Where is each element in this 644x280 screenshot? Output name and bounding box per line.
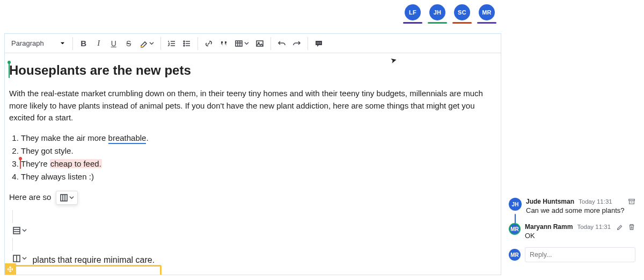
comment-text: Can we add some more plants? [526, 206, 635, 214]
list-item[interactable]: They got style. [21, 145, 496, 157]
chevron-down-icon [149, 39, 154, 47]
list-item[interactable]: They make the air more breathable. [21, 132, 496, 144]
highlight-button[interactable] [136, 36, 157, 51]
comment[interactable]: JH Jude Huntsman Today 11:31 Can we add … [503, 193, 641, 219]
chevron-down-icon [22, 226, 27, 234]
edit-icon[interactable] [616, 223, 624, 231]
strikethrough-button[interactable]: S [121, 36, 136, 51]
editor-frame: Paragraph B I U S Houseplants are [4, 33, 501, 275]
chevron-down-icon [244, 39, 249, 47]
presence-bar [452, 22, 472, 24]
remote-caret-jh [9, 63, 10, 78]
avatar: SC [454, 4, 470, 20]
table-selection-outline [6, 265, 162, 275]
text: . [146, 133, 148, 142]
presence-bar [403, 22, 422, 24]
column-button[interactable] [56, 191, 77, 204]
avatar: LF [405, 4, 421, 20]
editor-toolbar: Paragraph B I U S [5, 34, 501, 53]
text: They make the air more [21, 133, 108, 142]
separator [72, 37, 73, 50]
collaborator-lf[interactable]: LF [403, 4, 422, 24]
svg-point-6 [317, 42, 318, 44]
image-button[interactable] [252, 36, 267, 51]
ordered-list-button[interactable] [164, 36, 179, 51]
separator [197, 37, 198, 50]
plants-table[interactable]: Flowery Leafy Sticky African Violet Pepe… [9, 275, 158, 275]
undo-icon [277, 39, 286, 48]
comment-reply-row: MR [503, 244, 641, 268]
tracked-insert: breathable [108, 133, 147, 144]
list-item[interactable]: They always listen :) [21, 170, 496, 183]
separator [12, 238, 13, 251]
svg-point-1 [184, 43, 185, 44]
table-button[interactable] [231, 36, 252, 51]
collaborator-jh[interactable]: JH [428, 4, 447, 24]
comment-author: Maryann Ramm [525, 223, 573, 231]
avatar-jh: JH [509, 198, 522, 211]
comment-author: Jude Huntsman [526, 198, 574, 205]
archive-icon[interactable] [628, 198, 635, 205]
comment-text: OK [525, 232, 635, 240]
link-button[interactable] [201, 36, 216, 51]
comment[interactable]: MR Maryann Ramm Today 11:31 OK [503, 219, 641, 244]
collaborator-mr[interactable]: MR [477, 4, 496, 24]
text: Here are so [9, 192, 51, 201]
mid-paragraph[interactable]: Here are so [9, 191, 496, 205]
avatar: MR [479, 4, 495, 20]
ol-icon [167, 39, 176, 48]
svg-rect-12 [629, 199, 635, 201]
separator [270, 37, 271, 50]
collaborator-sc[interactable]: SC [452, 4, 472, 24]
table-merge-icon [12, 254, 21, 263]
quote-icon [219, 39, 228, 48]
comment-time: Today 11:31 [577, 224, 611, 230]
svg-point-7 [318, 42, 319, 44]
table-column-icon [60, 193, 68, 202]
svg-point-0 [184, 41, 185, 42]
svg-point-2 [184, 45, 185, 46]
text: plants that require minimal care. [32, 255, 155, 264]
unordered-list-button[interactable] [179, 36, 194, 51]
comments-panel: JH Jude Huntsman Today 11:31 Can we add … [503, 193, 641, 268]
separator [308, 37, 308, 50]
image-icon [255, 39, 264, 48]
chevron-down-icon [69, 193, 74, 202]
row-button[interactable] [9, 223, 30, 238]
undo-button[interactable] [274, 36, 289, 51]
presence-bar [477, 22, 496, 24]
table-container: Flowery Leafy Sticky African Violet Pepe… [9, 275, 158, 275]
tracked-delete: cheap to feed. [50, 159, 102, 168]
underline-button[interactable]: U [106, 36, 121, 51]
comment-icon [314, 39, 323, 48]
comment-time: Today 11:31 [579, 198, 612, 205]
comment-button[interactable] [311, 36, 326, 51]
table-icon [235, 39, 243, 48]
svg-rect-4 [257, 41, 263, 46]
reply-input[interactable] [525, 247, 635, 262]
document-body[interactable]: Houseplants are the new pets With the re… [5, 53, 501, 275]
svg-rect-3 [236, 41, 242, 46]
italic-button[interactable]: I [91, 36, 106, 51]
ul-icon [182, 39, 191, 48]
points-list[interactable]: They make the air more breathable. They … [21, 132, 496, 183]
move-icon [7, 266, 13, 272]
list-item[interactable]: They're cheap to feed. [21, 157, 496, 170]
delete-icon[interactable] [628, 223, 635, 231]
marker-icon [140, 39, 148, 48]
quote-button[interactable] [216, 36, 231, 51]
intro-paragraph[interactable]: With the real-estate market crumbling do… [9, 88, 492, 124]
table-floating-toolbar [56, 191, 78, 205]
paragraph-style-select[interactable]: Paragraph [8, 39, 69, 47]
chevron-down-icon [60, 39, 65, 47]
separator [12, 210, 13, 223]
document-title[interactable]: Houseplants are the new pets [9, 63, 496, 78]
title-text: Houseplants are the new pets [9, 63, 191, 77]
redo-button[interactable] [289, 36, 304, 51]
comment-body: Jude Huntsman Today 11:31 Can we add som… [526, 198, 635, 214]
avatar-mr: MR [509, 249, 521, 261]
bold-button[interactable]: B [76, 36, 91, 51]
table-drag-handle[interactable] [5, 263, 16, 275]
svg-point-8 [320, 42, 321, 44]
separator [160, 37, 161, 50]
